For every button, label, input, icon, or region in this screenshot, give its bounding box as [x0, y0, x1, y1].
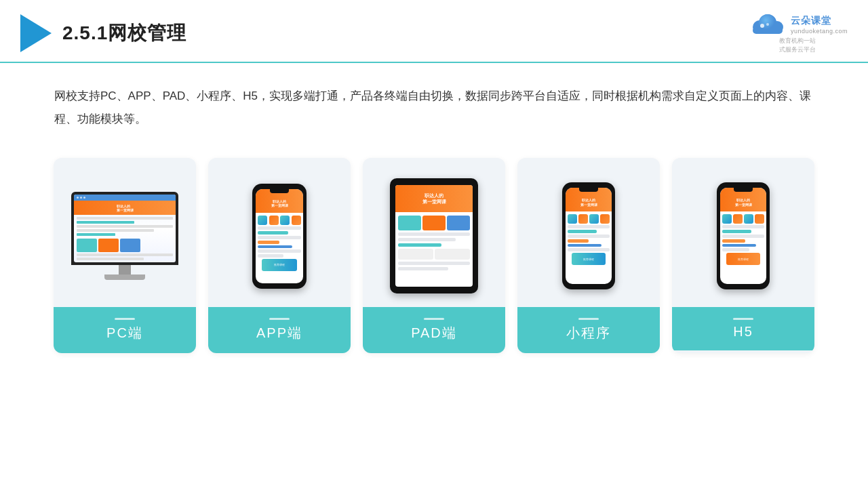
cloud-icon [747, 12, 788, 37]
tablet-screen: 职达人的第一堂网课 [395, 185, 473, 287]
description: 网校支持PC、APP、PAD、小程序、H5，实现多端打通，产品各终端自由切换，数… [0, 63, 868, 144]
miniprogram-screen: 职达人的第一堂网课 [566, 188, 612, 284]
app-phone-body: 职达人的第一堂网课 [252, 184, 307, 289]
tablet-body: 职达人的第一堂网课 [390, 178, 478, 293]
header-left: 2.5.1网校管理 [20, 14, 186, 52]
brand-name: 云朵课堂 [791, 15, 848, 27]
monitor-screen: 职达人的第一堂网课 [74, 195, 176, 262]
card-pad: 职达人的第一堂网课 [363, 158, 505, 353]
brand-logo-icon: 云朵课堂 yunduoketang.com [747, 12, 848, 37]
description-text: 网校支持PC、APP、PAD、小程序、H5，实现多端打通，产品各终端自由切换，数… [54, 85, 814, 131]
phone-notch [270, 189, 289, 193]
h5-preview: 职达人的第一堂网课 [672, 158, 814, 307]
brand-tagline: 教育机构一站式服务云平台 [779, 37, 816, 54]
brand-url: yunduoketang.com [791, 28, 848, 35]
h5-phone-body: 职达人的第一堂网课 [717, 182, 770, 289]
monitor-body: 职达人的第一堂网课 [71, 192, 178, 265]
pad-preview: 职达人的第一堂网课 [363, 158, 505, 307]
card-miniprogram: 职达人的第一堂网课 [517, 158, 660, 353]
h5-label: H5 [672, 307, 814, 350]
page-title: 2.5.1网校管理 [62, 20, 186, 46]
pc-label: PC端 [54, 307, 196, 353]
svg-point-5 [760, 24, 764, 28]
miniprogram-preview: 职达人的第一堂网课 [517, 158, 660, 307]
pc-mockup: 职达人的第一堂网课 [71, 192, 178, 280]
app-label: APP端 [208, 307, 351, 353]
monitor-stand-neck [119, 265, 131, 274]
h5-phone-mockup: 职达人的第一堂网课 [717, 182, 770, 289]
card-h5: 职达人的第一堂网课 [672, 158, 814, 353]
miniprogram-label: 小程序 [517, 307, 660, 353]
pc-preview: 职达人的第一堂网课 [54, 158, 196, 307]
brand-text: 云朵课堂 yunduoketang.com [791, 15, 848, 35]
app-preview: 职达人的第一堂网课 [208, 158, 351, 307]
app-phone-screen: 职达人的第一堂网课 [256, 189, 303, 283]
brand-logo: 云朵课堂 yunduoketang.com 教育机构一站式服务云平台 [747, 12, 848, 54]
cards-section: 职达人的第一堂网课 [0, 144, 868, 380]
card-pc: 职达人的第一堂网课 [54, 158, 196, 353]
phone-notch-3 [734, 188, 753, 192]
phone-notch-2 [579, 188, 598, 192]
h5-screen: 职达人的第一堂网课 [720, 188, 766, 284]
header: 2.5.1网校管理 [0, 0, 868, 63]
miniprogram-phone-mockup: 职达人的第一堂网课 [562, 182, 615, 289]
pad-label: PAD端 [363, 307, 505, 353]
app-phone-mockup: 职达人的第一堂网课 [252, 184, 307, 289]
svg-point-6 [766, 23, 769, 26]
tablet-mockup: 职达人的第一堂网课 [390, 178, 478, 293]
card-app: 职达人的第一堂网课 [208, 158, 351, 353]
miniprogram-phone-body: 职达人的第一堂网课 [562, 182, 615, 289]
logo-triangle-icon [20, 14, 52, 52]
monitor-stand-base [104, 274, 145, 280]
